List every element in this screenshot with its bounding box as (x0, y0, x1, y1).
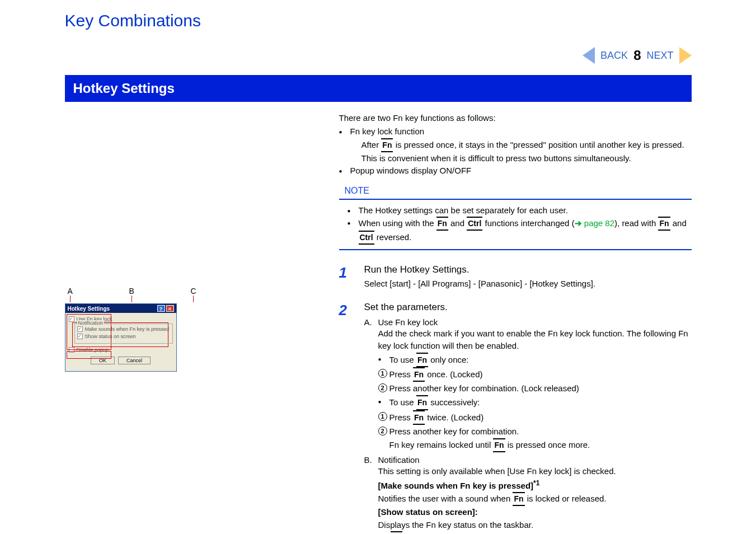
callout-b: B (129, 287, 134, 296)
circled-1-icon: 1 (378, 412, 387, 421)
circled-2-icon: 2 (378, 427, 387, 435)
fn-key-icon: Fn (513, 492, 524, 506)
dialog-cancel-button[interactable]: Cancel (118, 357, 151, 364)
next-arrow-icon[interactable] (679, 47, 692, 64)
callout-c: C (190, 287, 196, 296)
intro-bullet-1: Fn key lock function After Fn is pressed… (339, 125, 692, 165)
ctrl-key-icon: Ctrl (467, 217, 482, 231)
intro-bullet-2: Popup windows display ON/OFF (339, 165, 692, 177)
displays-desc: Displays the Fn key status on the taskba… (378, 519, 692, 532)
callout-a: A (68, 287, 73, 296)
use-fn-successively-label: To use Fn successively: (378, 395, 692, 410)
fn-key-icon: Fn (413, 367, 425, 382)
fn-locked-status: Fn:Fn is locked (378, 531, 692, 534)
page-number: 8 (633, 48, 641, 63)
note-box: The Hotkey settings can be set separatel… (339, 199, 692, 251)
note-item-2: When using with the Fn and Ctrl function… (339, 217, 692, 245)
page-nav: BACK 8 NEXT (65, 47, 692, 64)
page-title: Key Combinations (65, 11, 692, 30)
notifies-desc: Notifies the user with a sound when Fn i… (378, 492, 692, 506)
section-banner: Hotkey Settings (65, 75, 692, 102)
note-item-1: The Hotkey settings can be set separatel… (339, 204, 692, 217)
succ-step-2-sub: Fn key remains locked until Fn is presse… (389, 438, 692, 452)
param-a: A.Use Fn key lock Add the check mark if … (364, 317, 692, 453)
param-b: B.Notification This setting is only avai… (364, 455, 692, 534)
back-link[interactable]: BACK (600, 50, 628, 62)
next-link[interactable]: NEXT (646, 50, 673, 62)
step-1-number: 1 (339, 264, 353, 291)
succ-step-2: 2 Press another key for combination. (378, 425, 692, 438)
ctrl-key-icon: Ctrl (359, 231, 374, 245)
use-fn-once-label: To use Fn only once: (378, 353, 692, 367)
use-fn-lock-checkbox[interactable]: ✓ (69, 316, 74, 322)
make-sounds-label: Make sounds when Fn key is pressed (85, 326, 170, 332)
step-2-title: Set the parameters. (364, 302, 692, 313)
dialog-ok-button[interactable]: OK (91, 357, 115, 364)
fn-key-icon: Fn (416, 353, 428, 367)
show-status-checkbox[interactable]: ✓ (77, 334, 83, 339)
fn-key-icon: Fn (381, 138, 393, 152)
disable-popup-label: Disable popup (77, 347, 109, 353)
intro-text: There are two Fn key functions as follow… (339, 113, 692, 123)
step-1: 1 Run the Hotkey Settings. Select [start… (339, 264, 692, 291)
make-sounds-heading: [Make sounds when Fn key is pressed] (378, 481, 534, 490)
disable-popup-checkbox[interactable] (69, 347, 74, 353)
step-2: 2 Set the parameters. A.Use Fn key lock … (339, 302, 692, 535)
fn-key-icon: Fn (391, 531, 402, 534)
fn-key-icon: Fn (413, 410, 425, 425)
back-arrow-icon[interactable] (583, 47, 595, 64)
notification-legend: Notification (77, 320, 105, 326)
note-header: NOTE (345, 186, 692, 196)
fn-key-icon: Fn (436, 217, 448, 231)
footnote-ref-1: *1 (533, 479, 539, 487)
link-arrow-icon: ➔ (575, 218, 584, 228)
circled-1-icon: 1 (378, 369, 387, 378)
make-sounds-checkbox[interactable]: ✓ (77, 326, 83, 332)
fn-key-icon: Fn (416, 395, 428, 410)
dialog-title: Hotkey Settings (68, 306, 110, 312)
step-1-desc: Select [start] - [All Programs] - [Panas… (364, 278, 692, 291)
step-2-number: 2 (339, 302, 353, 535)
step-1-title: Run the Hotkey Settings. (364, 264, 692, 275)
succ-step-1: 1 Press Fn twice. (Locked) (378, 410, 692, 425)
notification-group: Notification ✓ Make sounds when Fn key i… (74, 324, 173, 344)
dialog-help-button[interactable]: ? (157, 305, 165, 312)
fn-key-icon: Fn (493, 438, 505, 452)
dialog-close-button[interactable]: × (166, 305, 174, 312)
once-step-1: 1 Press Fn once. (Locked) (378, 367, 692, 382)
circled-2-icon: 2 (378, 383, 387, 392)
hotkey-settings-dialog: Hotkey Settings ? × ✓ Use Fn key lock (65, 303, 177, 372)
page-82-link[interactable]: page 82 (584, 218, 614, 228)
fn-key-icon: Fn (658, 217, 670, 231)
dialog-callout-labels: A B C (65, 287, 199, 302)
once-step-2: 2 Press another key for combination. (Lo… (378, 382, 692, 395)
show-status-heading: [Show status on screen]: (378, 506, 692, 519)
show-status-label: Show status on screen (85, 334, 136, 339)
dialog-titlebar: Hotkey Settings ? × (65, 304, 176, 313)
